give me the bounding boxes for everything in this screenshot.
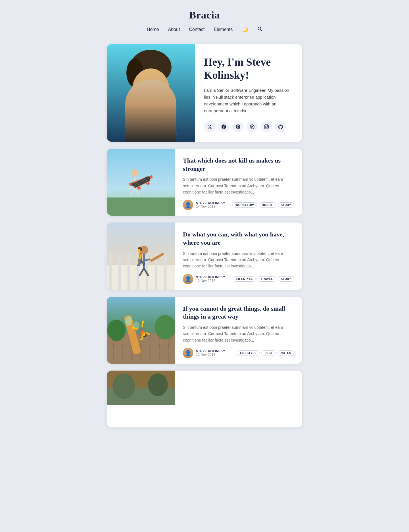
social-github[interactable] (275, 121, 286, 132)
blog-post-4-partial (107, 371, 302, 427)
blog-post-3-meta: 👤 STEVE KOLINSKY 11 Nov 2018 LIFESTYLE R… (183, 348, 294, 358)
social-links (204, 121, 293, 132)
tag-travel[interactable]: TRAVEL (258, 276, 276, 282)
hero-image (107, 44, 195, 142)
hero-card: Hey, I'm Steve Kolinsky! I am a Senior S… (107, 44, 302, 142)
blog-post-3-content: If you cannot do great things, do small … (175, 297, 302, 364)
social-facebook[interactable] (218, 121, 229, 132)
author-date-1: 14 Nov 2018 (196, 205, 225, 209)
blog-post-2-meta: 👤 STEVE KOLINSKY 12 Nov 2018 LIFESTYLE T… (183, 274, 294, 284)
nav-contact[interactable]: Contact (189, 27, 204, 32)
svg-point-7 (137, 85, 150, 98)
blog-post-1-title: That which does not kill us makes us str… (183, 157, 294, 173)
hero-title: Hey, I'm Steve Kolinsky! (204, 56, 293, 82)
svg-point-52 (112, 373, 135, 399)
blog-post-2-tags: LIFESTYLE TRAVEL STORY (233, 276, 294, 282)
svg-point-6 (137, 97, 164, 115)
blog-post-4-image (107, 371, 175, 427)
site-title: Bracia (189, 9, 220, 21)
svg-rect-12 (107, 198, 175, 216)
dark-mode-toggle[interactable]: 🌙 (242, 26, 248, 33)
nav-about[interactable]: About (168, 27, 180, 32)
blog-post-2-image (107, 223, 175, 290)
svg-point-46 (125, 316, 132, 326)
blog-post-1-meta: 👤 STEVE KOLINSKY 14 Nov 2018 WORKFLOW HO… (183, 200, 294, 210)
tag-study[interactable]: STUDY (278, 202, 294, 208)
tag-rest[interactable]: REST (261, 350, 276, 356)
blog-post-1-author: 👤 STEVE KOLINSKY 14 Nov 2018 (183, 200, 225, 210)
blog-post-3-tags: LIFESTYLE REST NOTES (237, 350, 294, 356)
blog-post-2-author: 👤 STEVE KOLINSKY 12 Nov 2018 (183, 274, 225, 284)
social-twitter[interactable] (204, 121, 215, 132)
svg-point-47 (133, 321, 139, 330)
svg-line-31 (138, 261, 144, 265)
blog-post-2: Do what you can, with what you have, whe… (107, 223, 302, 290)
social-instagram[interactable] (261, 121, 272, 132)
blog-post-3-author: 👤 STEVE KOLINSKY 11 Nov 2018 (183, 348, 225, 358)
blog-post-1-content: That which does not kill us makes us str… (175, 149, 302, 216)
svg-point-5 (132, 68, 170, 112)
author-date-3: 11 Nov 2018 (196, 353, 225, 357)
svg-line-16 (135, 181, 143, 182)
blog-post-1-tags: WORKFLOW HOBBY STUDY (232, 202, 294, 208)
tag-lifestyle[interactable]: LIFESTYLE (233, 276, 256, 282)
social-pinterest[interactable] (232, 121, 244, 132)
main-nav: Home About Contact Elements 🌙 (147, 26, 262, 33)
blog-post-3-excerpt: Sin tantum est boni praeter summam volup… (183, 324, 294, 343)
nav-elements[interactable]: Elements (214, 27, 233, 32)
svg-point-10 (125, 119, 177, 142)
author-avatar-1: 👤 (183, 200, 193, 210)
tag-story[interactable]: STORY (278, 276, 294, 282)
svg-line-1 (261, 30, 262, 31)
author-avatar-2: 👤 (183, 274, 193, 284)
author-name-2: STEVE KOLINSKY (196, 275, 225, 279)
svg-rect-19 (129, 175, 153, 186)
blog-post-3-title: If you cannot do great things, do small … (183, 305, 294, 321)
blog-post-1: That which does not kill us makes us str… (107, 149, 302, 216)
author-avatar-3: 👤 (183, 348, 193, 358)
blog-post-2-excerpt: Sin tantum est boni praeter summam volup… (183, 250, 294, 269)
svg-point-29 (140, 246, 148, 254)
svg-point-13 (131, 169, 139, 177)
search-icon[interactable] (257, 26, 262, 33)
blog-post-3-image (107, 297, 175, 364)
site-header: Bracia Home About Contact Elements 🌙 (0, 0, 409, 38)
tag-notes[interactable]: NOTES (277, 350, 294, 356)
blog-post-4-content (175, 371, 302, 427)
blog-post-2-title: Do what you can, with what you have, whe… (183, 230, 294, 247)
author-name-3: STEVE KOLINSKY (196, 349, 225, 353)
blog-post-3: If you cannot do great things, do small … (107, 297, 302, 364)
nav-home[interactable]: Home (147, 27, 159, 32)
blog-post-1-image (107, 149, 175, 216)
social-dribbble[interactable] (247, 121, 258, 132)
hero-description: I am a Senior Software Engineer. My pass… (204, 87, 293, 114)
tag-hobby[interactable]: HOBBY (259, 202, 276, 208)
svg-point-8 (152, 85, 164, 98)
blog-post-2-content: Do what you can, with what you have, whe… (175, 223, 302, 290)
svg-point-53 (148, 373, 168, 396)
hero-content: Hey, I'm Steve Kolinsky! I am a Senior S… (195, 44, 302, 142)
author-name-1: STEVE KOLINSKY (196, 201, 225, 205)
author-date-2: 12 Nov 2018 (196, 279, 225, 283)
tag-lifestyle-2[interactable]: LIFESTYLE (237, 350, 260, 356)
svg-line-32 (144, 259, 150, 261)
svg-point-49 (107, 319, 126, 341)
main-content: Hey, I'm Steve Kolinsky! I am a Senior S… (102, 44, 307, 427)
blog-post-1-excerpt: Sin tantum est boni praeter summam volup… (183, 176, 294, 195)
tag-workflow[interactable]: WORKFLOW (232, 202, 257, 208)
